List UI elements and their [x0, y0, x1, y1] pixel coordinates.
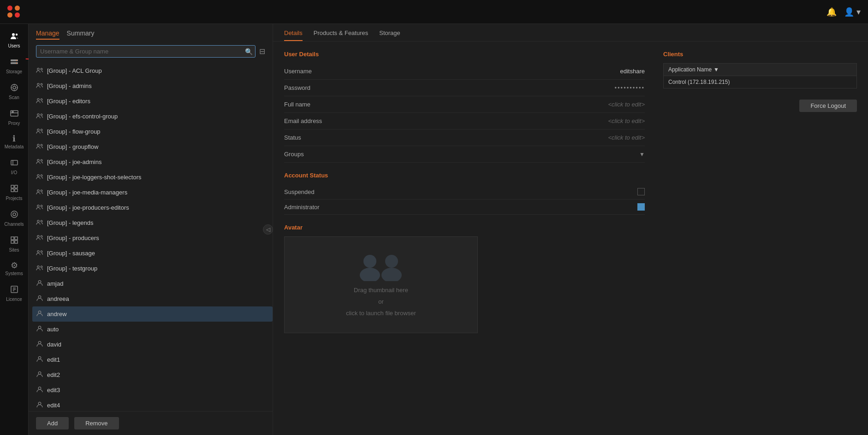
svg-point-34 [37, 114, 39, 116]
notification-icon[interactable]: 🔔 [826, 7, 837, 17]
force-logout-button[interactable]: Force Logout [799, 100, 857, 112]
user-icon [36, 386, 43, 394]
group-icon [36, 173, 43, 182]
svg-point-37 [41, 129, 42, 131]
svg-rect-16 [11, 189, 14, 192]
field-username: Username editshare [284, 63, 645, 80]
field-fullname[interactable]: Full name <click to edit> [284, 96, 645, 113]
list-item[interactable]: edit1 [32, 352, 273, 367]
clients-section: Clients Application Name ▼ [663, 51, 857, 426]
sidebar-item-licence[interactable]: Licence [0, 281, 28, 306]
tab-manage[interactable]: Manage [36, 29, 59, 40]
list-item[interactable]: [Group] - ACL Group [32, 63, 273, 78]
groups-dropdown-arrow[interactable]: ▼ [639, 151, 645, 158]
tab-details[interactable]: Details [284, 29, 303, 41]
filter-button[interactable]: ⊟ [259, 47, 265, 56]
systems-icon: ⚙ [11, 261, 18, 270]
list-item[interactable]: amjad [32, 276, 273, 291]
sidebar-item-storage[interactable]: Storage [0, 53, 28, 78]
tab-products[interactable]: Products & Features [314, 29, 369, 41]
email-value[interactable]: <click to edit> [358, 118, 645, 124]
list-item[interactable]: [Group] - testgroup [32, 261, 273, 276]
list-item-label: amjad [47, 280, 63, 287]
list-item[interactable]: david [32, 337, 273, 352]
list-item-label: edit1 [47, 356, 60, 363]
password-value: •••••••••• [358, 84, 645, 91]
avatar-drop-text-line2: or [378, 297, 384, 307]
client-name-cell: Control (172.18.191.215) [664, 76, 857, 88]
logo-dot-3 [7, 12, 12, 18]
svg-point-19 [13, 213, 16, 216]
avatar-title: Avatar [284, 224, 645, 231]
field-email[interactable]: Email address <click to edit> [284, 113, 645, 129]
sidebar-item-systems[interactable]: ⚙ Systems [0, 258, 28, 280]
clients-table-header[interactable]: Application Name ▼ [664, 64, 857, 76]
add-button[interactable]: Add [36, 417, 69, 429]
manage-summary-tabs: Manage Summary [36, 29, 265, 40]
sidebar-label-licence: Licence [6, 297, 22, 302]
list-item-label: edit3 [47, 387, 60, 394]
list-item-label: [Group] - producers [47, 235, 99, 241]
channels-icon [10, 210, 19, 220]
svg-point-69 [381, 268, 402, 281]
list-item[interactable]: [Group] - groupflow [32, 139, 273, 154]
svg-point-42 [37, 175, 39, 176]
list-item-label: auto [47, 326, 59, 333]
sidebar-item-proxy[interactable]: Proxy [0, 105, 28, 130]
table-row[interactable]: Control (172.18.191.215) [664, 76, 857, 88]
force-logout-wrap: Force Logout [663, 94, 857, 112]
tab-summary[interactable]: Summary [67, 29, 95, 40]
application-name-header: Application Name [668, 66, 712, 73]
user-icon [36, 279, 43, 288]
field-status[interactable]: Status <click to edit> [284, 129, 645, 146]
group-icon [36, 97, 43, 106]
sidebar-item-channels[interactable]: Channels [0, 206, 28, 231]
fullname-value[interactable]: <click to edit> [358, 101, 645, 108]
fullname-label: Full name [284, 101, 358, 108]
sidebar: Users Storage [0, 24, 29, 435]
svg-point-68 [385, 255, 398, 268]
svg-rect-17 [15, 189, 18, 192]
user-menu-icon[interactable]: 👤 ▾ [844, 7, 861, 17]
status-value[interactable]: <click to edit> [358, 134, 645, 141]
list-item[interactable]: edit2 [32, 367, 273, 382]
sidebar-item-projects[interactable]: Projects [0, 180, 28, 205]
list-item[interactable]: [Group] - joe-media-managers [32, 185, 273, 200]
list-item[interactable]: [Group] - efs-control-group [32, 109, 273, 124]
list-item[interactable]: [Group] - sausage [32, 246, 273, 261]
sidebar-item-io[interactable]: I/O [0, 154, 28, 179]
logo-dots [7, 6, 20, 18]
list-item[interactable]: [Group] - editors [32, 94, 273, 109]
sidebar-item-users[interactable]: Users [0, 28, 28, 53]
search-row: 🔍 ⊟ [36, 45, 265, 58]
list-item-label: [Group] - sausage [47, 250, 95, 257]
list-item[interactable]: [Group] - producers [32, 230, 273, 246]
username-label: Username [284, 68, 358, 75]
remove-button[interactable]: Remove [74, 417, 119, 429]
sidebar-label-systems: Systems [5, 271, 23, 276]
avatar-drop-zone[interactable]: Drag thumbnail here or click to launch f… [284, 236, 478, 333]
list-item[interactable]: andreea [32, 291, 273, 306]
svg-point-31 [41, 83, 42, 85]
list-item-label: [Group] - efs-control-group [47, 113, 118, 120]
sidebar-item-sites[interactable]: Sites [0, 232, 28, 257]
tab-storage[interactable]: Storage [379, 29, 400, 41]
list-item[interactable]: [Group] - joe-admins [32, 154, 273, 170]
list-item[interactable]: [Group] - legends [32, 215, 273, 230]
search-button[interactable]: 🔍 [245, 48, 253, 55]
list-item[interactable]: andrew [32, 306, 273, 322]
administrator-checkbox[interactable] [637, 203, 645, 211]
suspended-checkbox[interactable] [637, 188, 645, 195]
svg-point-4 [16, 60, 17, 61]
collapse-panel-button[interactable]: ◁ [263, 224, 273, 235]
list-item[interactable]: [Group] - admins [32, 78, 273, 94]
list-item[interactable]: [Group] - flow-group [32, 124, 273, 139]
sidebar-item-metadata[interactable]: ℹ Metadata [0, 131, 28, 153]
sidebar-item-scan[interactable]: Scan [0, 79, 28, 104]
search-input[interactable] [36, 45, 256, 58]
list-item[interactable]: auto [32, 322, 273, 337]
list-item[interactable]: [Group] - joe-producers-editors [32, 200, 273, 215]
list-item[interactable]: edit3 [32, 382, 273, 398]
list-item[interactable]: [Group] - joe-loggers-shot-selectors [32, 170, 273, 185]
list-item[interactable]: edit4 [32, 398, 273, 411]
